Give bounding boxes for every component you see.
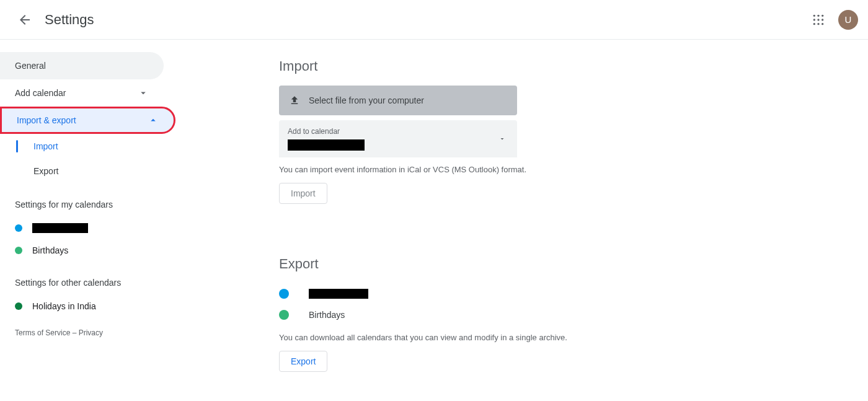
footer: Terms of Service – Privacy [0, 317, 174, 348]
sidebar: General Add calendar Import & export Imp… [0, 40, 174, 401]
svg-point-0 [813, 14, 815, 16]
apps-grid-icon [812, 14, 825, 26]
svg-point-7 [817, 23, 819, 25]
back-button[interactable] [12, 7, 37, 32]
svg-point-5 [822, 19, 823, 20]
header-right: U [806, 7, 858, 32]
calendar-label-redacted [32, 223, 88, 233]
import-section: Import Select file from your computer Ad… [279, 58, 843, 204]
link-terms[interactable]: Terms of Service [15, 328, 70, 337]
sidebar-item-add-calendar[interactable]: Add calendar [0, 79, 164, 107]
svg-point-6 [813, 23, 815, 25]
calendar-label: Birthdays [32, 245, 68, 255]
sidebar-calendar-birthdays[interactable]: Birthdays [0, 239, 174, 262]
calendar-color-dot [279, 310, 289, 320]
sidebar-item-import-export[interactable]: Import & export [0, 107, 175, 134]
export-button[interactable]: Export [279, 351, 327, 372]
export-calendar-primary [279, 283, 843, 304]
sidebar-calendar-holidays[interactable]: Holidays in India [0, 295, 174, 317]
chevron-up-icon [148, 115, 159, 126]
select-file-button[interactable]: Select file from your computer [279, 86, 517, 115]
apps-button[interactable] [806, 7, 831, 32]
sidebar-item-label: Add calendar [15, 88, 66, 98]
calendar-color-dot [15, 302, 22, 310]
import-button[interactable]: Import [279, 183, 327, 204]
export-calendar-birthdays: Birthdays [279, 304, 843, 325]
calendar-color-dot [279, 289, 289, 299]
sidebar-subitem-import[interactable]: Import [0, 134, 174, 159]
chevron-down-icon [138, 87, 149, 99]
dropdown-label: Add to calendar [288, 127, 508, 136]
sidebar-heading-other-calendars: Settings for other calendars [0, 262, 174, 295]
import-hint: You can import event information in iCal… [279, 165, 843, 174]
export-title: Export [279, 256, 843, 272]
content: General Add calendar Import & export Imp… [0, 40, 868, 401]
import-title: Import [279, 58, 843, 74]
svg-point-3 [813, 19, 815, 20]
dropdown-value-redacted [288, 139, 365, 151]
dropdown-arrow-icon [498, 134, 506, 145]
sidebar-item-label: Import & export [17, 115, 76, 125]
calendar-label: Birthdays [309, 310, 345, 320]
select-file-label: Select file from your computer [309, 95, 424, 105]
calendar-color-dot [15, 224, 22, 232]
upload-icon [289, 95, 300, 106]
sidebar-item-label: General [15, 61, 46, 71]
export-hint: You can download all calendars that you … [279, 333, 843, 342]
page-title: Settings [45, 12, 94, 28]
svg-point-4 [817, 19, 819, 20]
svg-point-1 [817, 14, 819, 16]
calendar-label-redacted [309, 289, 368, 299]
calendar-label: Holidays in India [32, 301, 96, 311]
add-to-calendar-dropdown[interactable]: Add to calendar [279, 120, 517, 157]
footer-separator: – [70, 328, 78, 337]
sidebar-item-general[interactable]: General [0, 52, 164, 79]
sidebar-heading-my-calendars: Settings for my calendars [0, 183, 174, 217]
sidebar-item-label: Export [33, 166, 58, 176]
svg-point-8 [822, 23, 823, 25]
sidebar-item-label: Import [33, 141, 58, 151]
avatar[interactable]: U [838, 10, 858, 30]
svg-point-2 [822, 14, 823, 16]
calendar-color-dot [15, 247, 22, 254]
sidebar-calendar-primary[interactable] [0, 217, 174, 239]
export-section: Export Birthdays You can download all ca… [279, 256, 843, 372]
header-left: Settings [12, 7, 94, 32]
main: Import Select file from your computer Ad… [174, 40, 868, 401]
header: Settings U [0, 0, 868, 40]
sidebar-subitem-export[interactable]: Export [0, 159, 174, 183]
arrow-left-icon [17, 12, 32, 27]
link-privacy[interactable]: Privacy [79, 328, 103, 337]
